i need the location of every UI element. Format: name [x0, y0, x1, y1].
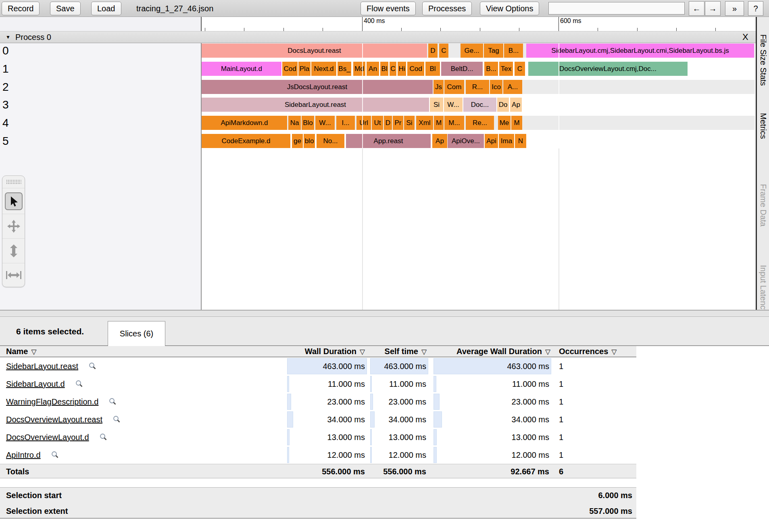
trace-slice[interactable]: N — [515, 134, 526, 148]
trace-slice[interactable]: SidebarLayout.cmj,SidebarLayout.cmi,Side… — [526, 44, 754, 58]
trace-slice[interactable]: M — [511, 116, 522, 130]
trace-slice[interactable]: Pr — [393, 116, 403, 130]
trace-slice[interactable]: A... — [503, 80, 522, 94]
trace-slice[interactable]: BeltD... — [441, 62, 483, 76]
trace-slice[interactable]: D — [384, 116, 392, 130]
trace-slice[interactable]: Md — [353, 62, 365, 76]
trace-slice[interactable]: Do — [497, 98, 509, 112]
record-button[interactable]: Record — [2, 2, 40, 15]
magnifier-icon[interactable] — [109, 398, 117, 407]
slice-name-link[interactable]: DocsOverviewLayout.reast — [6, 411, 121, 428]
more-tools-button[interactable]: » — [725, 1, 744, 16]
trace-slice[interactable]: Si — [430, 98, 443, 112]
slice-name-link[interactable]: ApiIntro.d — [6, 446, 59, 464]
trace-slice[interactable]: C — [515, 62, 525, 76]
column-header-wall-duration[interactable]: Wall Duration▽ — [305, 346, 365, 357]
close-process-button[interactable]: X — [742, 31, 748, 43]
load-button[interactable]: Load — [91, 2, 121, 15]
view-options-button[interactable]: View Options — [480, 2, 539, 15]
trace-slice[interactable]: Hi — [398, 62, 406, 76]
trace-slice[interactable]: B... — [504, 44, 523, 58]
trace-slice[interactable]: blo — [304, 134, 315, 148]
trace-slice[interactable]: Na — [288, 116, 301, 130]
trace-slice[interactable]: ge — [292, 134, 303, 148]
trace-slice[interactable]: Js — [433, 80, 444, 94]
trace-slice[interactable]: ApiMarkdown.d — [202, 116, 287, 130]
trace-slice[interactable]: W... — [444, 98, 463, 112]
trace-slice[interactable]: Ima — [499, 134, 514, 148]
horizontal-splitter[interactable] — [0, 310, 769, 317]
trace-slice[interactable]: Api — [485, 134, 498, 148]
trace-slice[interactable]: Blo — [302, 116, 314, 130]
selection-tool-button[interactable] — [2, 188, 25, 214]
tab-slices[interactable]: Slices (6) — [108, 321, 165, 346]
trace-slice[interactable]: App.reast — [346, 134, 431, 148]
trace-slice[interactable]: SidebarLayout.reast — [202, 98, 429, 112]
trace-slice[interactable]: CodeExample.d — [202, 134, 290, 148]
column-header-name[interactable]: Name▽ — [6, 346, 37, 357]
slice-name-link[interactable]: WarningFlagDescription.d — [6, 393, 117, 411]
column-header-self-time[interactable]: Self time▽ — [385, 346, 427, 357]
slice-name-link[interactable]: SidebarLayout.reast — [6, 357, 96, 375]
trace-slice[interactable]: An — [367, 62, 379, 76]
trace-slice[interactable]: Ap — [432, 134, 447, 148]
sort-arrow-icon[interactable]: ▽ — [545, 348, 550, 356]
sidebar-tab-file-size-stats[interactable]: File Size Stats — [759, 34, 768, 86]
trace-slice[interactable]: No... — [317, 134, 344, 148]
magnifier-icon[interactable] — [113, 416, 121, 425]
vertical-zoom-tool-button[interactable] — [2, 238, 25, 263]
help-button[interactable]: ? — [748, 1, 763, 16]
processes-button[interactable]: Processes — [422, 2, 472, 15]
trace-slice[interactable]: B... — [484, 62, 498, 76]
save-button[interactable]: Save — [50, 2, 81, 15]
trace-slice[interactable]: MainLayout.d — [202, 62, 281, 76]
collapse-triangle-icon[interactable]: ▼ — [6, 31, 10, 43]
trace-slice[interactable]: Me — [498, 116, 511, 130]
search-input[interactable] — [548, 2, 685, 15]
trace-slice[interactable]: Bl — [380, 62, 388, 76]
trace-slice[interactable]: Si — [404, 116, 415, 130]
trace-slice[interactable]: Tag — [484, 44, 503, 58]
find-next-button[interactable]: → — [705, 1, 721, 16]
trace-slice[interactable]: Cod — [282, 62, 298, 76]
trace-slice[interactable]: Com — [444, 80, 464, 94]
trace-slice[interactable]: R... — [466, 80, 489, 94]
trace-slice[interactable]: Bl — [425, 62, 440, 76]
palette-drag-handle[interactable] — [2, 176, 25, 188]
sort-arrow-icon[interactable]: ▽ — [611, 348, 617, 356]
trace-slice[interactable]: Tex — [499, 62, 513, 76]
trace-slice[interactable]: W... — [315, 116, 335, 130]
process-header[interactable]: ▼ Process 0 X — [0, 31, 756, 43]
magnifier-icon[interactable] — [89, 363, 96, 371]
flow-events-button[interactable]: Flow events — [361, 2, 416, 15]
trace-slice[interactable]: Url — [356, 116, 371, 130]
trace-slice[interactable]: Bs_ — [338, 62, 351, 76]
trace-slice[interactable]: Pla — [298, 62, 311, 76]
trace-slice[interactable]: Xml — [416, 116, 433, 130]
trace-slice[interactable]: Next.d — [311, 62, 336, 76]
trace-slice[interactable]: DocsOverviewLayout.cmj,Doc... — [528, 62, 688, 76]
trace-slice[interactable]: Cod — [407, 62, 424, 76]
trace-slice[interactable]: I... — [336, 116, 355, 130]
slice-name-link[interactable]: SidebarLayout.d — [6, 375, 83, 393]
flame-chart[interactable]: DocsLayout.reastDCGe...TagB...SidebarLay… — [201, 43, 755, 310]
slice-name-link[interactable]: DocsOverviewLayout.d — [6, 428, 107, 446]
sort-arrow-icon[interactable]: ▽ — [31, 348, 36, 356]
find-previous-button[interactable]: ← — [689, 1, 704, 16]
sort-arrow-icon[interactable]: ▽ — [421, 348, 427, 356]
trace-slice[interactable]: Doc... — [463, 98, 496, 112]
magnifier-icon[interactable] — [100, 434, 107, 442]
trace-slice[interactable]: Ico — [490, 80, 502, 94]
trace-slice[interactable]: C — [439, 44, 448, 58]
trace-slice[interactable]: M... — [444, 116, 464, 130]
column-header-average-wall-duration[interactable]: Average Wall Duration▽ — [456, 346, 550, 357]
pan-tool-button[interactable] — [2, 214, 25, 238]
column-header-occurrences[interactable]: Occurrences▽ — [559, 346, 617, 357]
magnifier-icon[interactable] — [51, 451, 59, 460]
trace-slice[interactable]: M — [434, 116, 444, 130]
trace-slice[interactable]: Ut — [372, 116, 383, 130]
trace-slice[interactable]: Re... — [466, 116, 494, 130]
timeline-ruler[interactable]: 400 ms600 ms — [201, 17, 755, 31]
trace-slice[interactable]: ApiOve... — [448, 134, 484, 148]
sort-arrow-icon[interactable]: ▽ — [360, 348, 365, 356]
